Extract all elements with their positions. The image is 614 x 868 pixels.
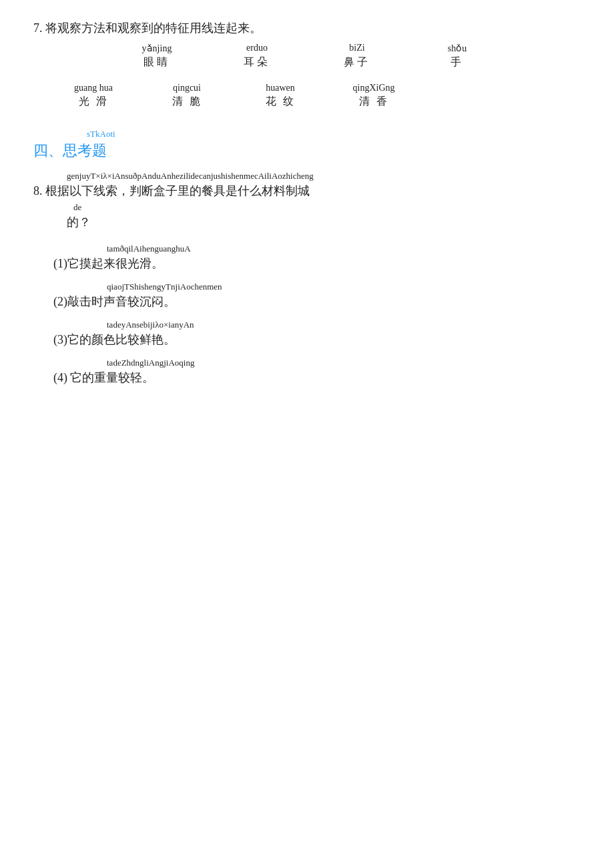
sub-3-pinyin: tadeyAnsebijiλo×ianyAn xyxy=(107,320,581,330)
section-4-header: sTkAoti 四、思考题 xyxy=(33,129,581,161)
q8-intro-pinyin: genjuyT×iλ×iAnsuðpAnduAnhezilidecanjushi… xyxy=(67,171,581,181)
features-chinese-row: 光 滑 清 脆 花 纹 清 香 xyxy=(67,95,581,109)
sub-item-2: qiaojTShishengyTnjiAochenmen (2)敲击时声音较沉闷… xyxy=(53,282,581,310)
section-4-title: 四、思考题 xyxy=(33,141,581,161)
sub-2-text: (2)敲击时声音较沉闷。 xyxy=(53,294,581,310)
sub-2-pinyin: qiaojTShishengyTnjiAochenmen xyxy=(107,282,581,292)
organs-chinese-row: 眼睛 耳朵 鼻子 手 xyxy=(33,55,581,69)
features-pinyin-row: guang hua qingcui huawen qingXiGng xyxy=(67,83,581,93)
q8-intro-text: 8. 根据以下线索，判断盒子里的餐具是什么材料制城 xyxy=(33,183,581,199)
bizi-pinyin: biZi xyxy=(334,43,380,54)
organs-pinyin-row: yǎnjing erduo biZi shǒu xyxy=(33,43,581,54)
question-7-section: 7. 将观察方法和观察到的特征用线连起来。 yǎnjing erduo biZi… xyxy=(33,20,581,109)
erduo-chinese: 耳朵 xyxy=(234,55,280,69)
qingxiang-chinese: 清 香 xyxy=(347,95,400,109)
huawen-chinese: 花 纹 xyxy=(254,95,307,109)
sub-item-1: tamðqilAihenguanghuA (1)它摸起来很光滑。 xyxy=(53,244,581,272)
sub-3-text: (3)它的颜色比较鲜艳。 xyxy=(53,332,581,348)
question-7-title: 7. 将观察方法和观察到的特征用线连起来。 xyxy=(33,20,581,36)
guang-hua-pinyin: guang hua xyxy=(67,83,120,93)
q8-de-pinyin: de xyxy=(73,202,581,213)
question-8-section: genjuyT×iλ×iAnsuðpAnduAnhezilidecanjushi… xyxy=(33,171,581,386)
section-4-pinyin: sTkAoti xyxy=(87,129,581,139)
erduo-pinyin: erduo xyxy=(234,43,280,54)
features-section: guang hua qingcui huawen qingXiGng 光 滑 清… xyxy=(33,83,581,109)
qingxiang-pinyin: qingXiGng xyxy=(347,83,400,93)
qingcui-pinyin: qingcui xyxy=(160,83,214,93)
shou-pinyin: shǒu xyxy=(434,43,481,54)
shou-chinese: 手 xyxy=(434,55,481,69)
sub-4-pinyin: tadeZhdngliAngjiAoqing xyxy=(107,358,581,368)
sub-item-4: tadeZhdngliAngjiAoqing (4) 它的重量较轻。 xyxy=(53,358,581,386)
sub-item-3: tadeyAnsebijiλo×ianyAn (3)它的颜色比较鲜艳。 xyxy=(53,320,581,348)
yanjing-chinese: 眼睛 xyxy=(133,55,180,69)
qingcui-chinese: 清 脆 xyxy=(160,95,214,109)
yanjing-pinyin: yǎnjing xyxy=(133,43,180,54)
sub-1-pinyin: tamðqilAihenguanghuA xyxy=(107,244,581,254)
huawen-pinyin: huawen xyxy=(254,83,307,93)
q8-de-text: 的？ xyxy=(67,214,581,230)
bizi-chinese: 鼻子 xyxy=(334,55,380,69)
guang-hua-chinese: 光 滑 xyxy=(67,95,120,109)
sub-4-text: (4) 它的重量较轻。 xyxy=(53,370,581,386)
sub-1-text: (1)它摸起来很光滑。 xyxy=(53,256,581,272)
